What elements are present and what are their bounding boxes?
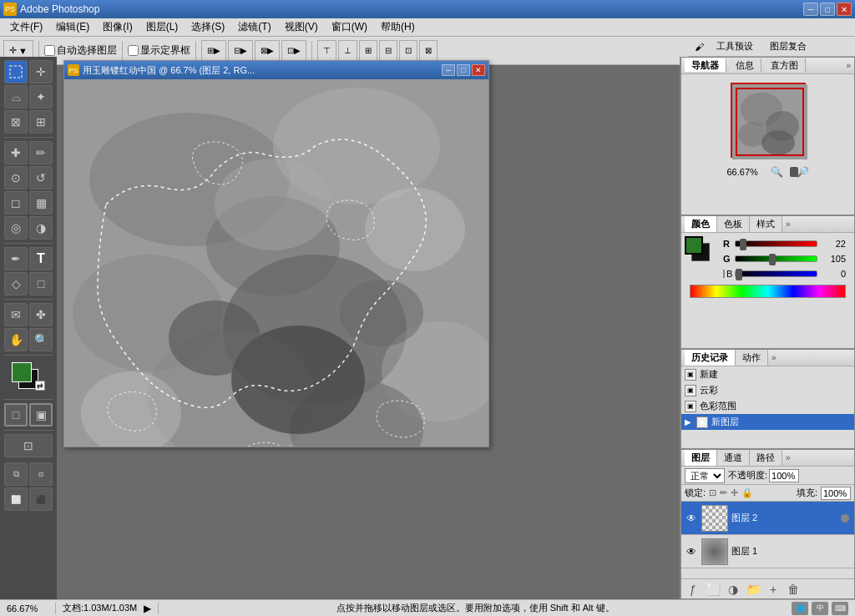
gradient-tool[interactable]: ▦ <box>29 191 53 215</box>
slice-tool[interactable]: ⊞ <box>29 110 53 134</box>
screen-mode-btn[interactable]: ⊡ <box>4 434 53 457</box>
lock-transparent-btn[interactable]: ⊡ <box>709 487 716 498</box>
tab-color[interactable]: 颜色 <box>685 216 717 232</box>
tab-histogram[interactable]: 直方图 <box>764 58 806 72</box>
tab-info[interactable]: 信息 <box>729 58 761 72</box>
navigator-panel-close[interactable]: » <box>846 61 851 70</box>
red-slider-thumb[interactable] <box>740 239 746 250</box>
doc-maximize-btn[interactable]: □ <box>457 64 470 76</box>
move-tool[interactable]: ✛ <box>29 60 53 83</box>
fg-swatch[interactable] <box>685 236 703 255</box>
tab-paths[interactable]: 路径 <box>750 450 782 466</box>
red-slider-track[interactable] <box>735 240 817 247</box>
minimize-button[interactable]: ─ <box>803 3 818 16</box>
zoom-in-icon[interactable]: 🔎 <box>797 166 809 178</box>
menu-layer[interactable]: 图层(L) <box>139 18 185 36</box>
status-arrow[interactable]: ▶ <box>144 603 151 614</box>
history-panel-close[interactable]: » <box>772 353 777 362</box>
eraser-tool[interactable]: ◻ <box>4 191 28 215</box>
blue-slider-thumb[interactable] <box>736 269 742 280</box>
color-spectrum[interactable] <box>690 285 846 298</box>
heal-tool[interactable]: ✚ <box>4 141 28 164</box>
extra-btn-3[interactable]: ⬜ <box>4 487 28 511</box>
green-slider-thumb[interactable] <box>769 254 776 265</box>
zoom-tool[interactable]: 🔍 <box>29 328 53 351</box>
pen-tool[interactable]: ✒ <box>4 247 28 270</box>
lock-image-btn[interactable]: ✏ <box>720 487 727 498</box>
history-item-0[interactable]: ▣ 新建 <box>681 366 854 382</box>
lasso-tool[interactable]: ⌓ <box>4 85 28 109</box>
text-tool[interactable]: T <box>29 247 53 270</box>
menu-window[interactable]: 窗口(W) <box>325 18 374 36</box>
tab-actions[interactable]: 动作 <box>736 350 768 366</box>
tab-layers[interactable]: 图层 <box>685 450 717 466</box>
maximize-button[interactable]: □ <box>820 3 835 16</box>
new-layer-btn[interactable]: + <box>765 581 782 598</box>
foreground-color-swatch[interactable] <box>12 362 32 382</box>
tool-presets-btn[interactable]: 工具预设 <box>709 38 761 55</box>
history-brush-tool[interactable]: ↺ <box>29 166 53 189</box>
zoom-out-icon[interactable]: 🔍 <box>771 166 783 178</box>
brush-presets-btn[interactable]: 🖌 <box>691 40 707 53</box>
tab-styles[interactable]: 样式 <box>750 216 782 232</box>
shape-tool[interactable]: □ <box>29 272 53 295</box>
navigator-zoom-thumb[interactable] <box>790 167 798 177</box>
tab-navigator[interactable]: 导航器 <box>685 58 726 72</box>
color-panel-close[interactable]: » <box>786 220 791 229</box>
tab-channels[interactable]: 通道 <box>717 450 750 466</box>
menu-view[interactable]: 视图(V) <box>278 18 325 36</box>
show-bounds-checkbox[interactable] <box>128 45 139 56</box>
layer-0-visibility[interactable]: 👁 <box>685 512 698 525</box>
menu-edit[interactable]: 编辑(E) <box>49 18 96 36</box>
layers-panel-close[interactable]: » <box>786 453 791 462</box>
extra-btn-4[interactable]: ⬛ <box>29 487 53 511</box>
extra-btn-1[interactable]: ⧉ <box>4 462 28 486</box>
eyedropper-tool[interactable]: ✤ <box>29 303 53 326</box>
menu-select[interactable]: 选择(S) <box>185 18 231 36</box>
tab-history[interactable]: 历史记录 <box>685 350 736 366</box>
layer-item-0[interactable]: 👁 图层 2 <box>681 502 854 535</box>
path-tool[interactable]: ◇ <box>4 272 28 295</box>
blue-slider-track[interactable] <box>735 270 817 277</box>
swap-colors-btn[interactable]: ⇄ <box>35 381 45 391</box>
canvas-content[interactable] <box>64 79 488 447</box>
layer-comps-btn[interactable]: 图层复合 <box>762 38 814 55</box>
menu-file[interactable]: 文件(F) <box>3 18 49 36</box>
lock-position-btn[interactable]: ✛ <box>731 487 738 498</box>
hand-tool[interactable]: ✋ <box>4 328 28 351</box>
quick-mask-on[interactable]: ▣ <box>29 403 53 427</box>
doc-close-btn[interactable]: ✕ <box>472 64 485 76</box>
lock-all-btn[interactable]: 🔒 <box>741 487 753 498</box>
history-item-1[interactable]: ▣ 云彩 <box>681 382 854 398</box>
delete-layer-btn[interactable]: 🗑 <box>785 581 802 598</box>
layer-item-1[interactable]: 👁 图层 1 <box>681 535 854 568</box>
brush-tool[interactable]: ✏ <box>29 141 53 164</box>
magic-wand-tool[interactable]: ✦ <box>29 85 53 109</box>
dodge-tool[interactable]: ◑ <box>29 216 53 240</box>
history-item-2[interactable]: ▣ 色彩范围 <box>681 398 854 414</box>
layer-1-visibility[interactable]: 👁 <box>685 545 698 558</box>
add-style-btn[interactable]: ƒ <box>685 581 701 598</box>
notes-tool[interactable]: ✉ <box>4 303 28 326</box>
layer-blend-mode[interactable]: 正常 <box>685 468 725 483</box>
tab-swatches[interactable]: 色板 <box>717 216 750 232</box>
stamp-tool[interactable]: ⊙ <box>4 166 28 189</box>
doc-minimize-btn[interactable]: ─ <box>442 64 455 76</box>
navigator-preview[interactable] <box>731 83 806 158</box>
selection-tool[interactable] <box>4 60 28 83</box>
blur-tool[interactable]: ◎ <box>4 216 28 240</box>
menu-image[interactable]: 图像(I) <box>96 18 139 36</box>
add-mask-btn[interactable]: ⬜ <box>705 581 721 598</box>
auto-select-checkbox[interactable] <box>44 45 55 56</box>
menu-help[interactable]: 帮助(H) <box>374 18 422 36</box>
green-slider-track[interactable] <box>735 255 817 262</box>
quick-mask-off[interactable]: □ <box>4 403 28 427</box>
fill-input[interactable] <box>821 487 851 500</box>
menu-filter[interactable]: 滤镜(T) <box>231 18 277 36</box>
crop-tool[interactable]: ⊠ <box>4 110 28 134</box>
close-button[interactable]: ✕ <box>837 3 852 16</box>
opacity-input[interactable] <box>769 469 799 482</box>
extra-btn-2[interactable]: ⧈ <box>29 462 53 486</box>
history-item-3[interactable]: ▶ ▣ 新图层 <box>681 414 854 430</box>
new-group-btn[interactable]: 📁 <box>745 581 761 598</box>
